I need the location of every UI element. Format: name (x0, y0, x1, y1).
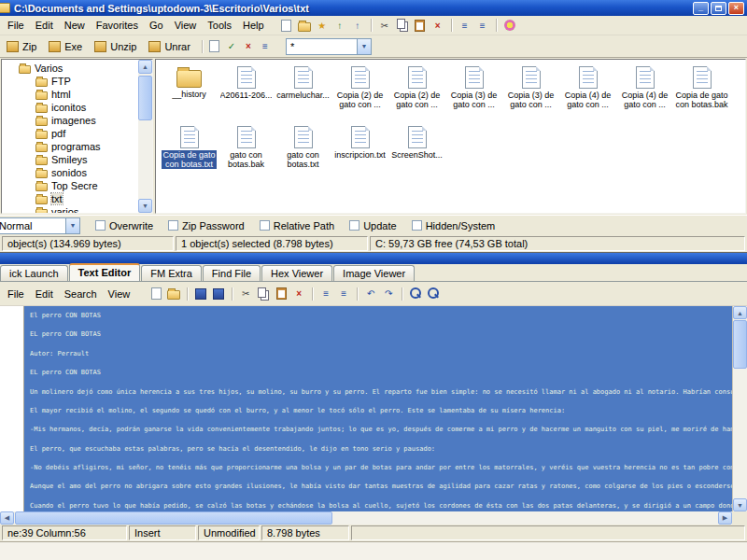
maximize-button[interactable] (711, 2, 726, 15)
tree-item-top-secret[interactable]: Top Secre (2, 179, 138, 192)
zip-button[interactable]: Zip (3, 39, 43, 54)
editor-menu-view[interactable]: View (103, 287, 136, 301)
text-line[interactable] (30, 320, 732, 329)
tab-image-viewer[interactable]: Image Viewer (333, 265, 415, 281)
undo-icon[interactable]: ↶ (363, 287, 378, 301)
new-archive-icon[interactable] (279, 19, 294, 33)
new-document-icon[interactable] (148, 287, 163, 301)
scroll-up-button[interactable]: ▲ (138, 60, 152, 74)
tree-item-programas[interactable]: programas (2, 140, 138, 153)
text-line[interactable]: El perro CON BOTAS (30, 311, 732, 320)
paste-icon[interactable] (413, 19, 428, 33)
scroll-track[interactable] (333, 511, 718, 525)
file-item[interactable]: A20611-206... (218, 66, 275, 126)
scroll-track[interactable] (138, 74, 152, 199)
tree-item-ftp[interactable]: FTP (2, 75, 138, 88)
save-all-icon[interactable] (211, 287, 226, 301)
flower-icon[interactable] (502, 19, 517, 33)
delete-icon[interactable]: × (430, 19, 445, 33)
mode-combobox[interactable]: Normal ▼ (0, 217, 80, 234)
tab-hex-viewer[interactable]: Hex Viewer (261, 265, 332, 281)
tab-quick-launch[interactable]: ick Launch (0, 265, 68, 281)
file-item[interactable]: Copia de gato con botas.bak (673, 66, 730, 126)
menu-favorites[interactable]: Favorites (91, 18, 144, 33)
text-line[interactable]: Aunque el amo del perro no abrigara sobr… (30, 482, 732, 491)
file-item[interactable]: gato con botas.txt (275, 126, 331, 186)
menu-edit[interactable]: Edit (30, 18, 59, 33)
mode-dropdown-button[interactable]: ▼ (65, 218, 79, 233)
details-view-icon[interactable]: ≡ (458, 19, 472, 33)
menu-file[interactable]: File (2, 18, 30, 33)
extract-icon[interactable]: ↑ (332, 19, 347, 33)
tree-item-pdf[interactable]: pdf (2, 127, 138, 140)
editor-text[interactable]: El perro CON BOTAS EL perro CON BOTAS Au… (24, 306, 732, 511)
editor-menu-file[interactable]: File (2, 287, 30, 301)
text-line[interactable]: El mayor recibió el molino, el segundo s… (30, 406, 732, 415)
tree-item-imagenes[interactable]: imagenes (2, 114, 138, 127)
test-archive-icon[interactable]: ✓ (224, 39, 239, 53)
text-line[interactable]: EL perro CON BOTAS (30, 368, 732, 377)
cut-icon[interactable]: ✂ (238, 287, 253, 301)
tab-find-file[interactable]: Find File (203, 265, 261, 281)
line-numbers-icon[interactable]: ≡ (336, 287, 351, 301)
favorites-icon[interactable]: ★ (315, 19, 330, 33)
editor-horizontal-scrollbar[interactable]: ◀ ▶ (0, 511, 747, 525)
update-checkbox[interactable]: Update (349, 220, 396, 231)
tab-text-editor[interactable]: Text Editor (69, 263, 141, 281)
file-item-selected[interactable]: Copia de gato con botas.txt (161, 126, 218, 186)
editor-vertical-scrollbar[interactable]: ▲ ▼ (732, 306, 747, 511)
text-line[interactable]: Cuando el perro tuvo lo que había pedido… (30, 501, 732, 511)
menu-new[interactable]: New (59, 18, 91, 33)
file-item[interactable]: carmeluchar... (275, 66, 331, 126)
file-item[interactable]: __history (161, 66, 218, 126)
file-item[interactable]: Copia (2) de gato con ... (388, 66, 445, 126)
minimize-button[interactable]: _ (693, 2, 709, 15)
text-line[interactable] (30, 358, 732, 368)
tree-item-iconitos[interactable]: iconitos (2, 101, 138, 114)
scroll-up-button[interactable]: ▲ (733, 306, 747, 319)
file-item[interactable]: Copia (2) de gato con ... (331, 66, 388, 126)
copy-icon[interactable] (256, 287, 271, 301)
text-line[interactable] (30, 415, 732, 425)
tree-item-varios[interactable]: varios (2, 205, 138, 213)
editor-menu-edit[interactable]: Edit (30, 287, 59, 301)
open-document-icon[interactable] (166, 287, 181, 301)
text-line[interactable]: -Mis hermanos, decía, podrán ganarse la … (30, 425, 732, 434)
text-line[interactable] (30, 492, 732, 501)
find-icon[interactable] (408, 287, 423, 301)
save-icon[interactable] (193, 287, 208, 301)
scroll-track[interactable] (733, 370, 747, 498)
text-line[interactable] (30, 434, 732, 443)
overwrite-checkbox[interactable]: Overwrite (95, 220, 153, 231)
filter-combobox[interactable]: * ▼ (286, 38, 372, 55)
tree-item-varios-root[interactable]: Varios (2, 62, 138, 75)
file-item[interactable]: Copia (3) de gato con ... (502, 66, 559, 126)
find-next-icon[interactable] (426, 287, 441, 301)
word-wrap-icon[interactable]: ≡ (318, 287, 333, 301)
text-line[interactable]: EL perro CON BOTAS (30, 329, 732, 339)
list-view-icon[interactable]: ≡ (475, 19, 490, 33)
file-item[interactable]: Copia (3) de gato con ... (445, 66, 502, 126)
copy-icon[interactable] (395, 19, 410, 33)
text-line[interactable] (30, 472, 732, 482)
text-line[interactable] (30, 377, 732, 386)
cut-icon[interactable]: ✂ (377, 19, 392, 33)
scroll-thumb[interactable] (15, 511, 332, 525)
unzip-button[interactable]: Unzip (91, 39, 143, 54)
unrar-button[interactable]: Unrar (145, 39, 197, 54)
text-line[interactable] (30, 340, 732, 349)
text-line[interactable]: El perro, que escuchaba estas palabras, … (30, 444, 732, 454)
paste-icon[interactable] (274, 287, 289, 301)
new-file-icon[interactable] (207, 39, 222, 53)
file-item[interactable]: Copia (4) de gato con ... (616, 66, 673, 126)
scroll-down-button[interactable]: ▼ (733, 498, 747, 511)
hidden-system-checkbox[interactable]: Hidden/System (412, 220, 496, 231)
menu-go[interactable]: Go (144, 18, 169, 33)
menu-view[interactable]: View (169, 18, 203, 33)
view-icon[interactable]: ≡ (258, 39, 273, 53)
menu-tools[interactable]: Tools (202, 18, 237, 33)
file-item[interactable]: inscripcion.txt (331, 126, 388, 186)
text-line[interactable] (30, 397, 732, 406)
filter-dropdown-button[interactable]: ▼ (357, 39, 371, 54)
redo-icon[interactable]: ↷ (381, 287, 396, 301)
